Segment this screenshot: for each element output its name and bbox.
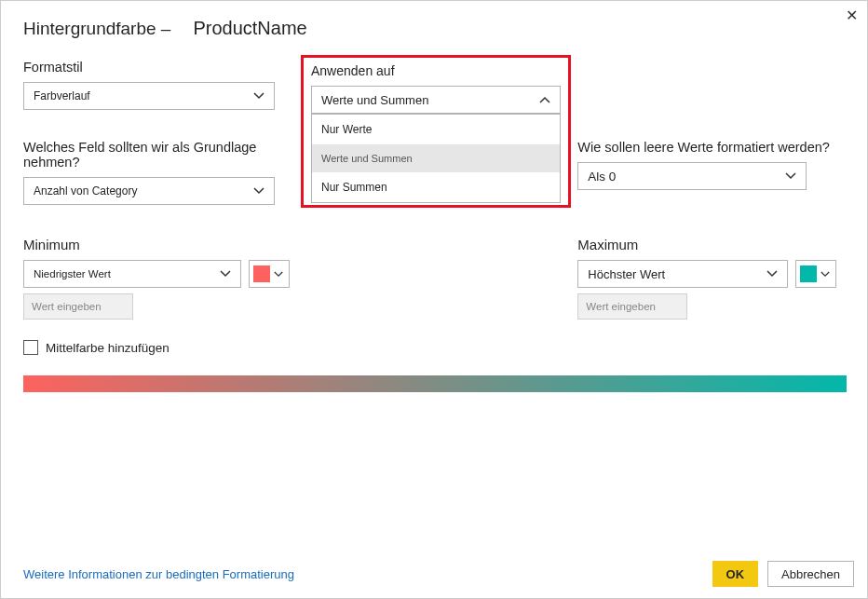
chevron-down-icon bbox=[785, 172, 796, 180]
maximum-color-picker[interactable] bbox=[795, 260, 836, 288]
minimum-value-input[interactable]: Wert eingeben bbox=[23, 293, 133, 320]
chevron-down-icon bbox=[821, 271, 830, 278]
base-field-value: Anzahl von Category bbox=[34, 184, 137, 197]
chevron-down-icon bbox=[766, 270, 778, 278]
apply-to-dropdown: Nur Werte Werte und Summen Nur Summen bbox=[311, 114, 561, 203]
dialog-title: Hintergrundfarbe – ProductName bbox=[23, 18, 845, 39]
empty-values-label: Wie sollen leere Werte formatiert werden… bbox=[577, 140, 845, 155]
minimum-mode-value: Niedrigster Wert bbox=[34, 268, 111, 279]
base-field-label: Welches Feld sollten wir als Grundlage n… bbox=[23, 140, 291, 170]
chevron-down-icon bbox=[220, 270, 231, 278]
maximum-mode-select[interactable]: Höchster Wert bbox=[577, 260, 788, 288]
minimum-placeholder: Wert eingeben bbox=[32, 301, 102, 312]
cancel-label: Abbrechen bbox=[781, 567, 840, 581]
cancel-button[interactable]: Abbrechen bbox=[767, 561, 854, 587]
gradient-preview bbox=[23, 375, 847, 392]
maximum-value-input[interactable]: Wert eingeben bbox=[577, 293, 687, 320]
minimum-color-picker[interactable] bbox=[249, 260, 290, 288]
apply-to-option[interactable]: Werte und Summen bbox=[312, 144, 560, 172]
apply-to-value: Werte und Summen bbox=[321, 93, 428, 107]
title-field: ProductName bbox=[193, 18, 306, 39]
apply-to-select[interactable]: Werte und Summen bbox=[311, 86, 561, 114]
maximum-color-swatch bbox=[800, 265, 817, 282]
title-prefix: Hintergrundfarbe – bbox=[23, 19, 170, 39]
format-style-value: Farbverlauf bbox=[34, 89, 90, 102]
apply-to-option[interactable]: Nur Werte bbox=[312, 115, 560, 144]
ok-button[interactable]: OK bbox=[712, 561, 759, 587]
chevron-up-icon bbox=[539, 96, 550, 103]
minimum-mode-select[interactable]: Niedrigster Wert bbox=[23, 260, 241, 288]
close-icon[interactable]: ✕ bbox=[846, 7, 858, 24]
apply-to-highlight: Anwenden auf Werte und Summen Nur Werte … bbox=[301, 55, 571, 208]
empty-values-select[interactable]: Als 0 bbox=[577, 162, 807, 190]
apply-to-label: Anwenden auf bbox=[311, 63, 561, 78]
minimum-label: Minimum bbox=[23, 237, 291, 252]
maximum-mode-value: Höchster Wert bbox=[588, 267, 665, 281]
maximum-placeholder: Wert eingeben bbox=[586, 301, 656, 312]
apply-to-option[interactable]: Nur Summen bbox=[312, 172, 560, 202]
learn-more-link[interactable]: Weitere Informationen zur bedingten Form… bbox=[23, 567, 294, 581]
empty-values-value: Als 0 bbox=[588, 170, 616, 184]
format-style-label: Formatstil bbox=[23, 60, 305, 75]
chevron-down-icon bbox=[253, 187, 264, 195]
ok-label: OK bbox=[726, 567, 745, 581]
add-middle-label: Mittelfarbe hinzufügen bbox=[46, 341, 170, 355]
minimum-color-swatch bbox=[253, 265, 270, 282]
maximum-label: Maximum bbox=[577, 237, 845, 252]
add-middle-checkbox[interactable] bbox=[23, 340, 38, 355]
format-style-select[interactable]: Farbverlauf bbox=[23, 82, 275, 110]
base-field-select[interactable]: Anzahl von Category bbox=[23, 177, 275, 205]
chevron-down-icon bbox=[274, 271, 283, 278]
chevron-down-icon bbox=[253, 92, 264, 100]
